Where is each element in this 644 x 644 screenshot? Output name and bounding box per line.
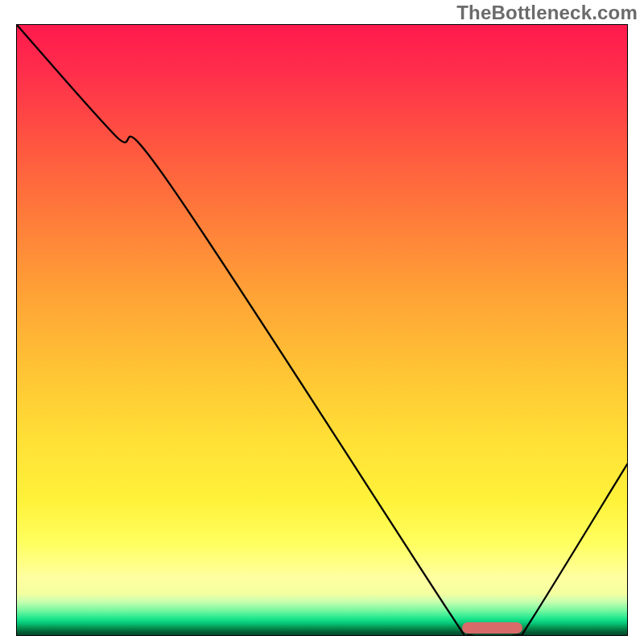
watermark-text: TheBottleneck.com xyxy=(456,2,638,24)
chart-container: TheBottleneck.com xyxy=(0,0,644,644)
plot-area xyxy=(16,24,628,636)
optimal-range-marker xyxy=(462,622,523,634)
bottleneck-curve xyxy=(17,25,627,635)
